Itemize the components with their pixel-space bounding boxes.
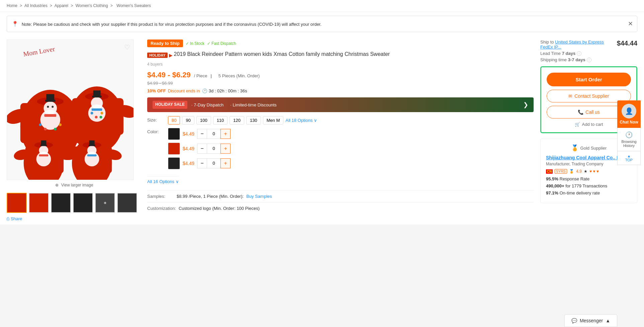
svg-rect-41: [39, 154, 48, 156]
close-button[interactable]: ✕: [628, 20, 633, 27]
buyers-count: 4 buyers: [147, 62, 534, 67]
color-swatch-3[interactable]: [168, 157, 180, 169]
delivery-rate-row: 97.1% On-time delivery rate: [546, 190, 632, 195]
history-icon: 🕐: [620, 131, 638, 139]
alert-icon: 📍: [12, 21, 18, 27]
svg-point-30: [100, 116, 102, 118]
chat-now-button[interactable]: 👤 Chat Now: [617, 100, 641, 128]
share-button[interactable]: ⎙ Share: [7, 216, 141, 221]
countdown-timer: 🕐 3d : 02h : 00m : 36s: [202, 88, 247, 93]
discount-row: 10% OFF Discount ends in 🕐 3d : 02h : 00…: [147, 88, 534, 93]
cart-icon: 🛒: [575, 122, 580, 127]
svg-point-17: [59, 124, 62, 126]
thumbnail-2[interactable]: [29, 193, 49, 213]
svg-rect-11: [44, 114, 56, 117]
holiday-badge: HOLIDAY ▶ 2019 Black Reindeer Pattern wo…: [147, 51, 390, 60]
browsing-history-button[interactable]: 🕐 Browsing History: [617, 128, 641, 151]
customization-label: Customization:: [147, 206, 176, 211]
shipping-price: $44.44: [617, 39, 637, 47]
qty-minus-3[interactable]: −: [197, 158, 207, 168]
svg-point-14: [39, 124, 41, 126]
svg-rect-10: [46, 94, 54, 100]
thumbnail-3[interactable]: [51, 193, 71, 213]
browsing-history-label: Browsing History: [620, 140, 638, 148]
qty-plus-1[interactable]: +: [220, 129, 231, 139]
alert-text: Note: Please be cautious and check with …: [22, 22, 321, 27]
size-button-130[interactable]: 130: [246, 116, 261, 125]
chat-avatar: 👤: [622, 104, 636, 118]
all-sizes-link[interactable]: All 18 Options ∨: [285, 118, 317, 123]
svg-point-48: [87, 146, 97, 155]
color-swatch-1[interactable]: [168, 128, 180, 140]
size-button-menm[interactable]: Men M: [263, 116, 284, 125]
qty-plus-3[interactable]: +: [220, 158, 231, 168]
size-button-100[interactable]: 100: [196, 116, 211, 125]
qty-minus-1[interactable]: −: [197, 129, 207, 139]
in-stock-badge: ✓ In Stock: [186, 41, 204, 46]
top-arrow-icon: ▲: [620, 154, 638, 158]
breadcrumb-apparel[interactable]: Apparel: [55, 3, 68, 8]
product-details: Ready to Ship ✓ In Stock ✓ Fast Dispatch…: [147, 39, 534, 221]
svg-point-12: [47, 106, 49, 108]
svg-point-38: [39, 146, 48, 155]
breadcrumb-industries[interactable]: All Industries: [24, 3, 48, 8]
svg-point-24: [91, 97, 103, 109]
main-product-image: Mom Lover: [7, 39, 134, 180]
supplier-years: 5YRS: [555, 169, 567, 174]
chat-now-label: Chat Now: [619, 120, 639, 125]
ship-to-row: Ship to United States by Express FedEx I…: [540, 39, 617, 50]
view-larger-link[interactable]: ⊕ View larger image: [7, 180, 141, 190]
svg-rect-26: [93, 90, 101, 96]
discount-text: Discount ends in: [168, 88, 200, 93]
customization-row: Customization: Customized logo (Min. Ord…: [147, 202, 534, 214]
qty-minus-2[interactable]: −: [197, 144, 207, 154]
buy-samples-link[interactable]: Buy Samples: [246, 194, 272, 199]
size-label: Size:: [147, 116, 164, 122]
color-swatch-2[interactable]: [168, 143, 180, 155]
size-button-90[interactable]: 90: [182, 116, 194, 125]
all-colors-link[interactable]: All 16 Options ∨: [147, 179, 179, 184]
start-order-button[interactable]: Start Order: [547, 73, 631, 86]
breadcrumb-home[interactable]: Home: [7, 3, 17, 8]
breadcrumb-womens-clothing[interactable]: Women's Clothing: [76, 3, 108, 8]
samples-price: $8.99 /Piece, 1 Piece (Min. Order):: [177, 194, 244, 199]
holiday-sale-banner: HOLIDAY SALE 7-Day Dispatch Limited-time…: [147, 97, 534, 112]
thumbnail-5[interactable]: ❄: [95, 193, 115, 213]
qty-plus-2[interactable]: +: [220, 144, 231, 154]
qty-input-1[interactable]: [207, 129, 220, 139]
fast-dispatch-badge: ✓ Fast Dispatch: [207, 41, 236, 46]
svg-point-13: [52, 106, 54, 108]
color-label: Color:: [147, 128, 164, 134]
size-button-120[interactable]: 120: [229, 116, 244, 125]
size-button-110[interactable]: 110: [213, 116, 228, 125]
envelope-icon: ✉: [568, 93, 572, 99]
svg-point-15: [44, 128, 47, 131]
qty-control-1: − +: [197, 129, 231, 139]
svg-rect-40: [41, 141, 46, 145]
thumbnail-1[interactable]: [7, 193, 27, 213]
qty-input-2[interactable]: [207, 144, 220, 154]
lead-time-row: Lead Time 7 days i: [540, 51, 637, 56]
holiday-sale-arrow[interactable]: ❯: [523, 101, 528, 108]
breadcrumb-current: Women's Sweaters: [116, 3, 151, 8]
qty-input-3[interactable]: [207, 158, 220, 168]
color-price-1: $4.49: [183, 131, 194, 137]
thumbnail-4[interactable]: [73, 193, 93, 213]
thumbnail-6[interactable]: [117, 193, 137, 213]
original-price: $4.99 - $6.99: [147, 81, 534, 86]
customization-text: Customized logo (Min. Order: 100 Pieces): [179, 206, 260, 211]
moq-text: 5 Pieces (Min. Order): [218, 73, 260, 78]
size-button-80[interactable]: 80: [168, 116, 180, 125]
wishlist-button[interactable]: ♡: [124, 43, 130, 51]
floating-sidebar: 👤 Chat Now 🕐 Browsing History ▲ TOP: [617, 100, 644, 165]
back-to-top-button[interactable]: ▲ TOP: [617, 151, 641, 165]
svg-rect-51: [87, 154, 97, 156]
svg-point-8: [43, 101, 57, 115]
phone-icon: 📞: [578, 109, 583, 115]
holiday-label: HOLIDAY: [147, 53, 168, 58]
qty-control-3: − +: [197, 158, 231, 168]
gold-icon: 🏅: [571, 144, 578, 152]
color-price-2: $4.49: [183, 146, 194, 151]
share-label: Share: [11, 216, 22, 221]
svg-point-28: [91, 112, 93, 114]
